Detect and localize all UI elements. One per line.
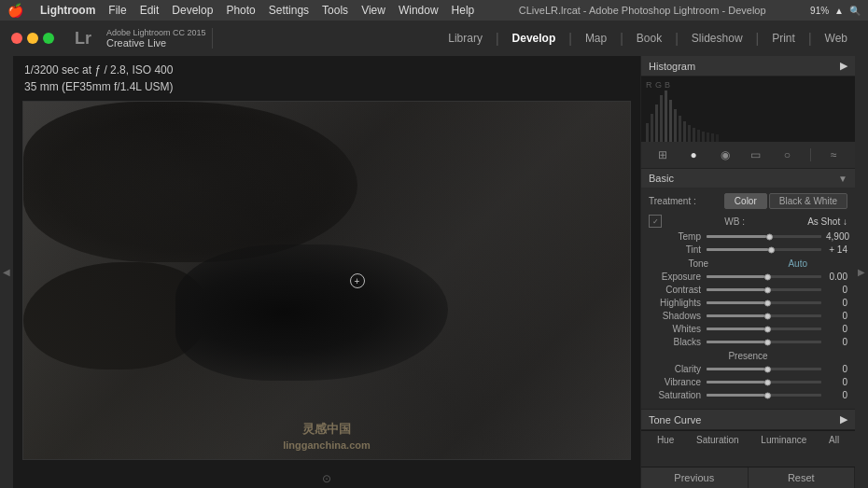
reset-button[interactable]: Reset xyxy=(749,467,856,488)
shadows-slider-row: Shadows 0 xyxy=(649,311,847,321)
title-bar: Lr Adobe Lightroom CC 2015 Creative Live… xyxy=(0,21,868,56)
vibrance-slider[interactable] xyxy=(707,381,821,383)
close-button[interactable] xyxy=(11,33,22,44)
auto-button[interactable]: Auto xyxy=(749,258,848,269)
maximize-button[interactable] xyxy=(43,33,54,44)
svg-rect-9 xyxy=(683,121,686,142)
svg-rect-7 xyxy=(674,109,677,142)
photo-info: 1/3200 sec at ƒ / 2.8, ISO 400 35 mm (EF… xyxy=(13,56,640,101)
brush-tool[interactable]: ≈ xyxy=(825,146,842,163)
previous-button[interactable]: Previous xyxy=(641,467,749,488)
menu-bar: 🍎 Lightroom File Edit Develop Photo Sett… xyxy=(0,0,868,21)
tint-slider[interactable] xyxy=(707,248,821,251)
basic-header[interactable]: Basic ▼ xyxy=(641,169,855,188)
exposure-slider-row: Exposure 0.00 xyxy=(649,272,847,282)
menu-develop[interactable]: Develop xyxy=(172,4,213,17)
basic-label: Basic xyxy=(649,173,674,184)
vibrance-value: 0 xyxy=(821,377,847,387)
vibrance-label: Vibrance xyxy=(649,377,707,387)
minimize-button[interactable] xyxy=(27,33,38,44)
radial-tool[interactable]: ○ xyxy=(778,146,795,163)
apple-menu[interactable]: 🍎 xyxy=(7,3,23,18)
svg-rect-3 xyxy=(655,105,658,142)
menu-view[interactable]: View xyxy=(361,4,385,17)
menu-settings[interactable]: Settings xyxy=(269,4,309,17)
wb-eyedropper[interactable]: ✓ xyxy=(649,215,662,228)
image-container[interactable]: 灵感中国lingganchina.com xyxy=(22,101,631,460)
treatment-label: Treatment : xyxy=(649,196,696,206)
histogram-content: R G B xyxy=(641,77,855,142)
clarity-slider-row: Clarity 0 xyxy=(649,364,847,374)
lens-info: 35 mm (EF35mm f/1.4L USM) xyxy=(24,78,629,95)
bottom-icon: ⊙ xyxy=(322,472,331,485)
crop-tool[interactable]: ⊞ xyxy=(654,146,671,163)
tab-print[interactable]: Print xyxy=(761,28,806,49)
tab-develop[interactable]: Develop xyxy=(501,28,567,49)
shutter-info: 1/3200 sec at ƒ / 2.8, ISO 400 xyxy=(24,62,629,78)
contrast-slider-row: Contrast 0 xyxy=(649,285,847,295)
shadows-slider[interactable] xyxy=(707,314,821,317)
tab-slideshow[interactable]: Slideshow xyxy=(680,28,754,49)
whites-slider[interactable] xyxy=(707,328,821,330)
tone-curve-header[interactable]: Tone Curve ▶ xyxy=(641,410,855,429)
blacks-label: Blacks xyxy=(649,337,707,347)
histogram-chart: R G B xyxy=(641,77,855,142)
vibrance-slider-row: Vibrance 0 xyxy=(649,377,847,387)
right-panel-inner: Basic ▼ Treatment : Color Black & White xyxy=(641,169,855,467)
contrast-slider[interactable] xyxy=(707,288,821,291)
battery-icon: 91% xyxy=(810,6,829,16)
all-tab[interactable]: All xyxy=(829,435,839,445)
tab-map[interactable]: Map xyxy=(574,28,618,49)
exposure-value: 0.00 xyxy=(821,272,847,282)
whites-slider-row: Whites 0 xyxy=(649,324,847,334)
saturation-slider[interactable] xyxy=(707,394,821,397)
hsl-tabs: Hue Saturation Luminance All xyxy=(641,430,855,449)
color-button[interactable]: Color xyxy=(724,193,767,209)
menu-edit[interactable]: Edit xyxy=(140,4,160,17)
svg-rect-15 xyxy=(711,133,714,142)
highlights-slider-row: Highlights 0 xyxy=(649,298,847,308)
histogram-label: Histogram xyxy=(649,61,695,72)
tab-library[interactable]: Library xyxy=(437,28,494,49)
tone-section-label: Tone Auto xyxy=(649,258,847,269)
window-title: CLiveLR.lrcat - Adobe Photoshop Lightroo… xyxy=(487,5,797,16)
lr-brand: Adobe Lightroom CC 2015 Creative Live xyxy=(101,28,213,49)
svg-rect-12 xyxy=(697,130,700,142)
wb-value[interactable]: As Shot ↓ xyxy=(807,216,847,227)
whites-value: 0 xyxy=(821,324,847,334)
right-panel: Histogram ▶ xyxy=(640,56,855,488)
highlights-value: 0 xyxy=(821,298,847,308)
left-panel-toggle[interactable]: ◀ xyxy=(0,56,13,488)
right-panel-toggle[interactable]: ▶ xyxy=(855,56,868,488)
menu-photo[interactable]: Photo xyxy=(226,4,255,17)
presence-section-label: Presence xyxy=(649,351,847,361)
menu-window[interactable]: Window xyxy=(399,4,439,17)
histogram-header[interactable]: Histogram ▶ xyxy=(641,56,855,77)
highlights-slider[interactable] xyxy=(707,301,821,304)
temp-value: 4,900 xyxy=(821,231,847,242)
nav-tabs: Library | Develop | Map | Book | Slidesh… xyxy=(222,28,868,49)
app-name[interactable]: Lightroom xyxy=(40,4,95,17)
tab-book[interactable]: Book xyxy=(625,28,673,49)
circle-tool[interactable]: ● xyxy=(685,146,702,163)
heal-tool[interactable]: ◉ xyxy=(717,146,734,163)
prev-reset-bar: Previous Reset xyxy=(641,467,855,488)
left-panel-arrow: ◀ xyxy=(3,267,10,277)
blacks-slider[interactable] xyxy=(707,341,821,343)
bw-button[interactable]: Black & White xyxy=(769,193,847,209)
photo-canvas[interactable]: 灵感中国lingganchina.com xyxy=(22,101,631,460)
sat-tab[interactable]: Saturation xyxy=(696,435,739,445)
svg-rect-10 xyxy=(688,125,691,142)
exposure-slider[interactable] xyxy=(707,275,821,278)
menu-tools[interactable]: Tools xyxy=(322,4,348,17)
rect-tool[interactable]: ▭ xyxy=(748,146,764,163)
shadows-value: 0 xyxy=(821,311,847,321)
lum-tab[interactable]: Luminance xyxy=(761,435,806,445)
clarity-slider[interactable] xyxy=(707,368,821,370)
temp-slider[interactable] xyxy=(707,235,821,238)
tab-web[interactable]: Web xyxy=(814,28,859,49)
hue-tab[interactable]: Hue xyxy=(657,435,674,445)
search-icon[interactable]: 🔍 xyxy=(849,6,861,16)
menu-file[interactable]: File xyxy=(108,4,126,17)
menu-help[interactable]: Help xyxy=(452,4,475,17)
